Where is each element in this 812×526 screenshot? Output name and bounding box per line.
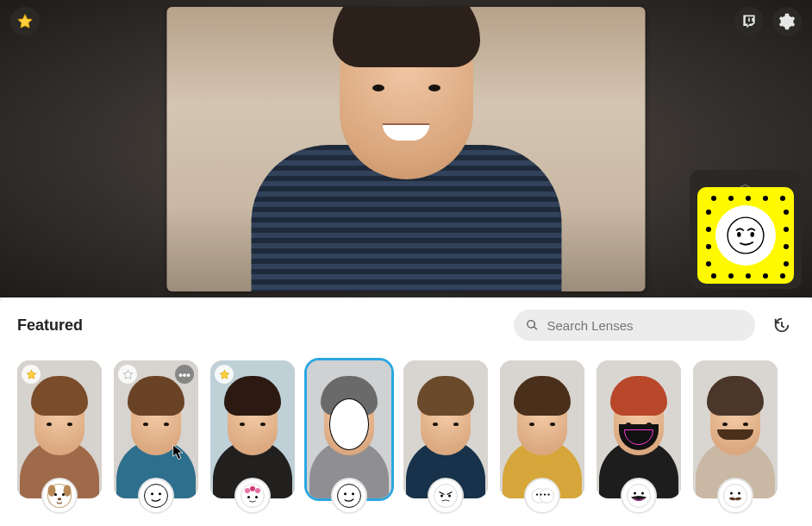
lens-card[interactable] <box>17 360 102 498</box>
search-lenses-field[interactable] <box>514 310 755 341</box>
twitch-button[interactable] <box>734 7 764 36</box>
favorite-star-icon[interactable] <box>118 365 137 384</box>
svg-point-31 <box>634 492 636 495</box>
svg-point-10 <box>151 492 153 495</box>
lens-card[interactable] <box>500 360 584 498</box>
svg-point-15 <box>250 486 255 492</box>
star-icon <box>16 13 34 30</box>
svg-point-21 <box>434 485 458 508</box>
svg-point-16 <box>247 496 250 498</box>
svg-point-0 <box>728 217 764 254</box>
svg-point-26 <box>536 493 538 495</box>
svg-point-23 <box>448 495 451 498</box>
history-icon <box>772 316 791 335</box>
settings-button[interactable] <box>772 7 802 36</box>
svg-point-35 <box>738 492 740 495</box>
snapcode-panel[interactable]: ︿ <box>690 170 802 289</box>
lens-card[interactable] <box>307 360 391 498</box>
favorites-button[interactable] <box>10 7 40 36</box>
favorite-star-icon[interactable] <box>22 365 41 384</box>
lens-badge-icon <box>41 478 78 514</box>
star-icon <box>122 369 134 380</box>
search-input[interactable] <box>547 318 743 333</box>
svg-point-25 <box>540 489 554 504</box>
lens-badge-icon <box>621 478 657 514</box>
svg-point-20 <box>352 492 354 495</box>
svg-point-17 <box>255 496 258 498</box>
star-icon <box>26 369 37 380</box>
svg-point-34 <box>730 492 733 495</box>
svg-point-2 <box>751 232 754 237</box>
svg-point-14 <box>255 488 260 493</box>
lens-badge-icon <box>428 478 464 514</box>
lens-card[interactable] <box>597 360 681 498</box>
lens-badge-icon <box>234 478 271 514</box>
chevron-up-icon: ︿ <box>740 177 752 187</box>
lens-card[interactable] <box>210 360 295 498</box>
section-title: Featured <box>17 316 83 335</box>
lens-card[interactable] <box>403 360 488 498</box>
favorite-star-icon[interactable] <box>215 365 234 384</box>
gear-icon <box>778 13 796 30</box>
svg-point-6 <box>54 493 57 496</box>
preview-person <box>167 7 646 291</box>
svg-point-22 <box>440 495 443 498</box>
svg-point-28 <box>544 493 546 495</box>
svg-point-8 <box>58 498 62 500</box>
lens-card[interactable]: ••• <box>114 360 198 498</box>
lens-carousel[interactable]: ••• <box>0 354 812 526</box>
svg-point-13 <box>245 488 250 493</box>
twitch-icon <box>740 13 758 30</box>
lens-badge-icon <box>331 478 367 514</box>
svg-point-19 <box>344 492 347 495</box>
lens-card[interactable] <box>693 360 778 498</box>
search-icon <box>526 318 538 332</box>
snapcode <box>697 187 794 284</box>
svg-point-11 <box>159 492 161 495</box>
lens-panel: Featured ••• <box>0 297 812 526</box>
cursor-icon <box>172 444 184 461</box>
lens-badge-icon <box>524 478 560 514</box>
camera-viewport-region: ︿ <box>0 0 812 297</box>
svg-point-32 <box>641 492 644 495</box>
svg-point-29 <box>547 493 549 495</box>
svg-point-9 <box>145 485 168 508</box>
svg-point-1 <box>737 232 740 237</box>
svg-point-7 <box>62 493 65 496</box>
star-icon <box>219 369 230 380</box>
lens-badge-icon <box>717 478 753 514</box>
camera-preview <box>167 7 646 291</box>
history-button[interactable] <box>769 312 795 338</box>
lens-badge-icon <box>138 478 174 514</box>
smirk-face-icon <box>727 216 765 254</box>
svg-point-18 <box>338 485 361 508</box>
svg-point-33 <box>724 485 747 508</box>
svg-point-27 <box>540 493 541 495</box>
more-options-button[interactable]: ••• <box>175 365 194 384</box>
